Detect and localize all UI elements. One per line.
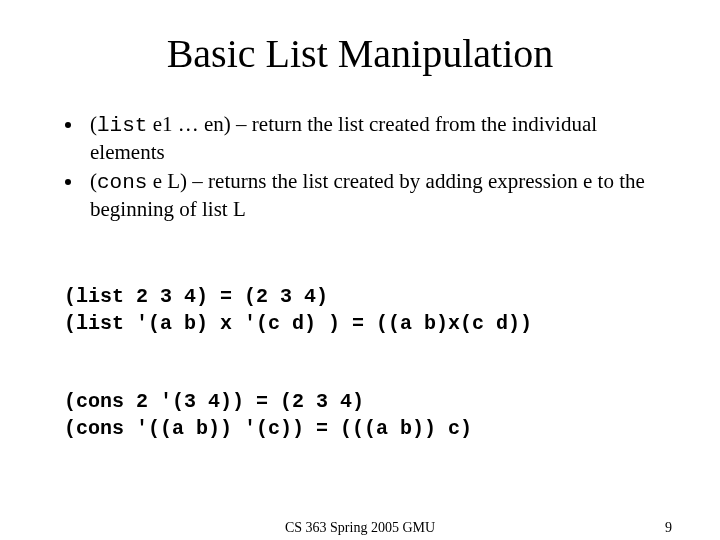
example-line: (list 2 3 4) = (2 3 4)	[64, 285, 328, 308]
bullet-item-list: (list e1 … en) – return the list created…	[84, 111, 660, 166]
bullet-list: (list e1 … en) – return the list created…	[60, 111, 660, 222]
code-keyword-list: list	[97, 114, 147, 137]
slide-title: Basic List Manipulation	[60, 30, 660, 77]
sig-text: e L)	[147, 169, 187, 193]
example-line: (cons '((a b)) '(c)) = (((a b)) c)	[64, 417, 472, 440]
page-number: 9	[665, 520, 672, 536]
example-line: (cons 2 '(3 4)) = (2 3 4)	[64, 390, 364, 413]
sig-text: e1 … en)	[147, 112, 230, 136]
paren-open: (	[90, 169, 97, 193]
bullet-item-cons: (cons e L) – returns the list created by…	[84, 168, 660, 223]
example-block: (list 2 3 4) = (2 3 4) (list '(a b) x '(…	[64, 256, 660, 469]
footer-course: CS 363 Spring 2005 GMU	[0, 520, 720, 536]
spacer	[64, 337, 660, 361]
paren-open: (	[90, 112, 97, 136]
slide: Basic List Manipulation (list e1 … en) –…	[0, 0, 720, 540]
code-keyword-cons: cons	[97, 171, 147, 194]
example-line: (list '(a b) x '(c d) ) = ((a b)x(c d))	[64, 312, 532, 335]
